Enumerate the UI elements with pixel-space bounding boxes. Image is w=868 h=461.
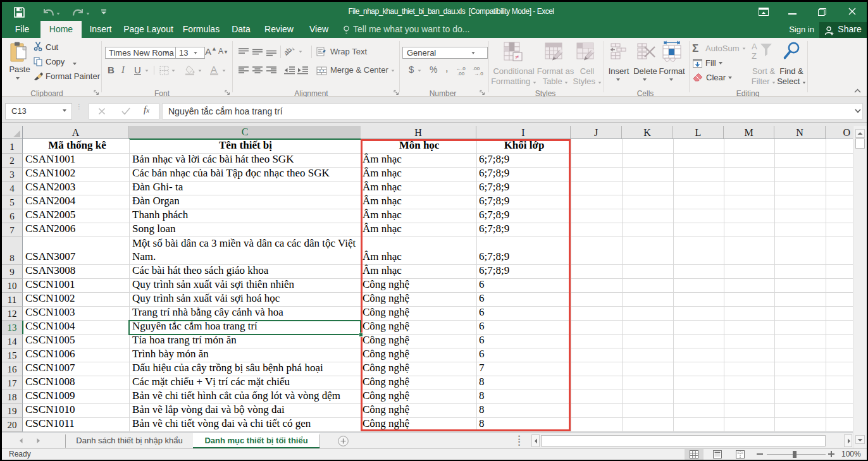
svg-text:≠: ≠ bbox=[515, 53, 519, 61]
svg-text:A: A bbox=[752, 42, 757, 51]
svg-text:ab: ab bbox=[285, 47, 293, 56]
svg-text:Z: Z bbox=[752, 51, 757, 61]
svg-text:.00: .00 bbox=[457, 71, 465, 76]
